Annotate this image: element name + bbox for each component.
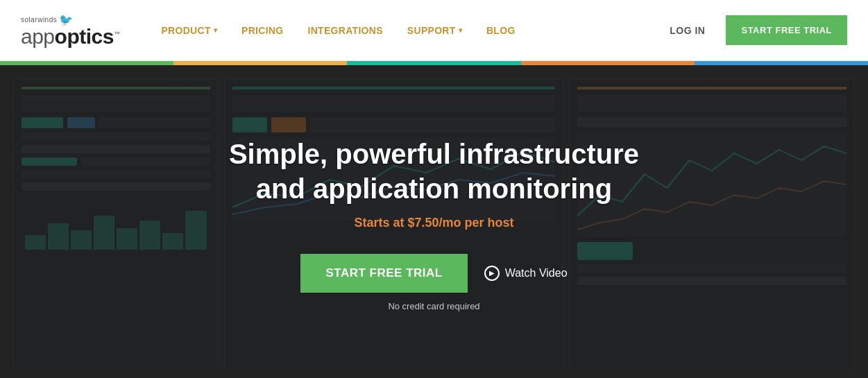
nav-blog[interactable]: BLOG: [486, 25, 516, 36]
nav-integrations[interactable]: INTEGRATIONS: [308, 25, 383, 36]
login-link[interactable]: LOG IN: [670, 25, 705, 36]
appoptics-logo: appoptics™: [21, 26, 119, 47]
nav-right: LOG IN START FREE TRIAL: [670, 15, 847, 45]
no-credit-card-text: No credit card required: [229, 301, 639, 311]
navbar: solarwinds 🐦 appoptics™ PRODUCT ▾ PRICIN…: [0, 0, 868, 61]
solarwinds-text: solarwinds: [21, 16, 57, 24]
nav-product[interactable]: PRODUCT ▾: [161, 25, 217, 36]
product-chevron-icon: ▾: [214, 26, 217, 34]
optics-text: optics: [55, 25, 114, 48]
logo-area[interactable]: solarwinds 🐦 appoptics™: [21, 13, 119, 47]
hero-title: Simple, powerful infrastructure and appl…: [229, 137, 639, 206]
nav-trial-button[interactable]: START FREE TRIAL: [726, 15, 847, 45]
main-nav: PRODUCT ▾ PRICING INTEGRATIONS SUPPORT ▾…: [161, 25, 670, 36]
app-text: app: [21, 25, 55, 48]
nav-support[interactable]: SUPPORT ▾: [407, 25, 462, 36]
hero-content: Simple, powerful infrastructure and appl…: [229, 137, 639, 311]
support-chevron-icon: ▾: [459, 26, 462, 34]
trademark-symbol: ™: [114, 31, 120, 37]
hero-section: Simple, powerful infrastructure and appl…: [0, 65, 868, 378]
nav-pricing[interactable]: PRICING: [241, 25, 283, 36]
hero-subtitle: Starts at $7.50/mo per host: [229, 216, 639, 230]
watch-video-button[interactable]: ▶ Watch Video: [484, 266, 568, 281]
play-icon: ▶: [484, 266, 500, 281]
hero-cta-row: START FREE TRIAL ▶ Watch Video: [229, 254, 639, 293]
hero-trial-button[interactable]: START FREE TRIAL: [300, 254, 467, 293]
